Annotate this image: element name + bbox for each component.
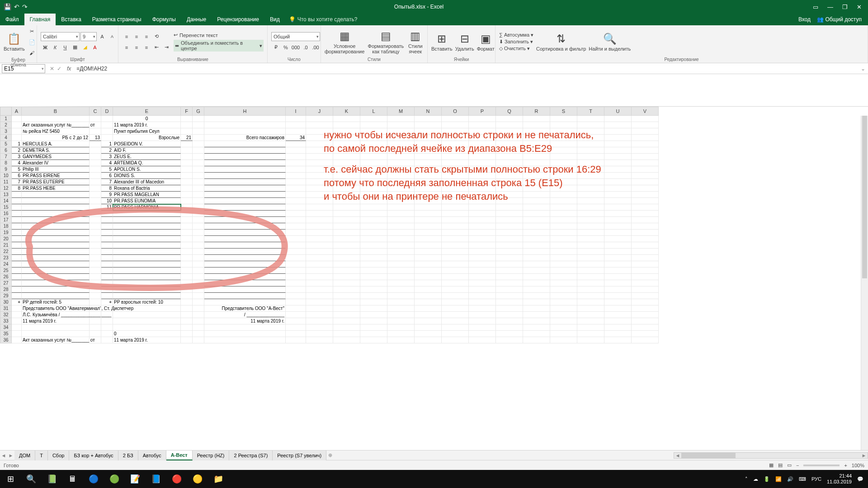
cell[interactable]: [387, 242, 415, 249]
cell[interactable]: [577, 318, 604, 324]
cell[interactable]: [181, 230, 193, 236]
cell[interactable]: [496, 318, 523, 324]
row-header[interactable]: 30: [0, 299, 12, 305]
cell[interactable]: [523, 331, 550, 337]
fill-button[interactable]: ⬇ Заполнить ▾: [499, 39, 533, 45]
cell[interactable]: [90, 147, 101, 154]
cell[interactable]: [113, 223, 181, 230]
cell[interactable]: [577, 217, 604, 223]
col-header-R[interactable]: R: [523, 107, 550, 116]
col-header-U[interactable]: U: [604, 107, 632, 116]
cell[interactable]: [387, 318, 415, 324]
row-header[interactable]: 11: [0, 179, 12, 185]
cell[interactable]: [286, 160, 306, 166]
format-table-button[interactable]: ▤Форматировать как таблицу: [367, 30, 404, 54]
cell[interactable]: [632, 267, 659, 274]
col-header-M[interactable]: M: [387, 107, 415, 116]
cell[interactable]: [12, 204, 22, 211]
cell[interactable]: [496, 299, 523, 305]
col-header-A[interactable]: A: [12, 107, 22, 116]
cell[interactable]: [604, 116, 632, 122]
cell[interactable]: [415, 116, 442, 122]
cell[interactable]: [523, 230, 550, 236]
cell[interactable]: [12, 223, 22, 230]
cell[interactable]: [333, 217, 360, 223]
col-header-C[interactable]: C: [90, 107, 101, 116]
cell[interactable]: [632, 223, 659, 230]
sort-filter-button[interactable]: ⇅Сортировка и фильтр: [536, 33, 586, 52]
cell[interactable]: [113, 293, 181, 299]
cell[interactable]: [604, 324, 632, 331]
cell[interactable]: [193, 198, 204, 204]
align-center-icon[interactable]: ≡: [132, 43, 141, 52]
cell[interactable]: [632, 166, 659, 173]
cell[interactable]: [387, 261, 415, 267]
cell[interactable]: Philip III: [22, 166, 90, 173]
cell[interactable]: [604, 261, 632, 267]
cell[interactable]: [101, 337, 113, 343]
cell[interactable]: [113, 261, 181, 267]
cell[interactable]: № рейса HZ 5450: [22, 128, 90, 135]
cell[interactable]: [113, 249, 181, 255]
align-middle-icon[interactable]: ≡: [132, 32, 141, 41]
search-icon[interactable]: 🔍: [21, 470, 42, 488]
tab-file[interactable]: Файл: [0, 14, 24, 25]
cell[interactable]: [442, 242, 469, 249]
cell[interactable]: [442, 249, 469, 255]
cell[interactable]: [632, 305, 659, 312]
font-color-icon[interactable]: A: [90, 43, 99, 52]
cell[interactable]: [577, 331, 604, 337]
sheet-tab[interactable]: ДОМ: [14, 450, 35, 460]
cell[interactable]: [442, 223, 469, 230]
cell[interactable]: [193, 185, 204, 192]
cell[interactable]: ARTEMIDA Q.: [113, 160, 181, 166]
cell[interactable]: [181, 293, 193, 299]
cell[interactable]: 0: [113, 116, 181, 122]
cell[interactable]: [113, 255, 181, 261]
cell[interactable]: [90, 192, 101, 198]
cell[interactable]: PR.PASS EUNOMIA: [113, 198, 181, 204]
cell[interactable]: [387, 312, 415, 318]
cell[interactable]: [286, 255, 306, 261]
cell[interactable]: [632, 337, 659, 343]
cell[interactable]: [632, 274, 659, 280]
cell[interactable]: [469, 249, 496, 255]
fill-color-icon[interactable]: ◢: [80, 43, 90, 52]
row-header[interactable]: 6: [0, 147, 12, 154]
cell[interactable]: [387, 211, 415, 217]
cell[interactable]: [469, 312, 496, 318]
cell[interactable]: [387, 337, 415, 343]
wrap-text-button[interactable]: ↩Перенести текст: [174, 32, 264, 38]
cell[interactable]: [204, 337, 286, 343]
cell[interactable]: [360, 331, 387, 337]
cell[interactable]: [604, 223, 632, 230]
cell[interactable]: 4: [101, 160, 113, 166]
cell[interactable]: [360, 255, 387, 261]
cell[interactable]: [306, 318, 333, 324]
align-bottom-icon[interactable]: ≡: [142, 32, 151, 41]
cell[interactable]: [12, 128, 22, 135]
cell[interactable]: [632, 331, 659, 337]
cell[interactable]: [101, 305, 113, 312]
cell[interactable]: [204, 230, 286, 236]
cell[interactable]: [333, 230, 360, 236]
cell[interactable]: [90, 211, 101, 217]
cell[interactable]: [469, 305, 496, 312]
tab-Разметка страницы[interactable]: Разметка страницы: [87, 14, 147, 25]
cell[interactable]: [286, 230, 306, 236]
cell[interactable]: [523, 299, 550, 305]
cell[interactable]: [604, 217, 632, 223]
cell[interactable]: [12, 217, 22, 223]
cell[interactable]: [632, 192, 659, 198]
horizontal-scrollbar[interactable]: ◄►: [674, 452, 868, 459]
cell[interactable]: [12, 116, 22, 122]
cell[interactable]: [12, 135, 22, 141]
cell[interactable]: [360, 223, 387, 230]
vertical-scrollbar[interactable]: [861, 116, 868, 450]
cell[interactable]: [22, 267, 90, 274]
name-box[interactable]: E15: [2, 64, 45, 73]
cell[interactable]: Представитель ООО "Авиатерминал", Ст. Ди…: [22, 305, 90, 312]
cell[interactable]: [333, 337, 360, 343]
cell[interactable]: [550, 255, 577, 261]
cell[interactable]: [523, 286, 550, 293]
